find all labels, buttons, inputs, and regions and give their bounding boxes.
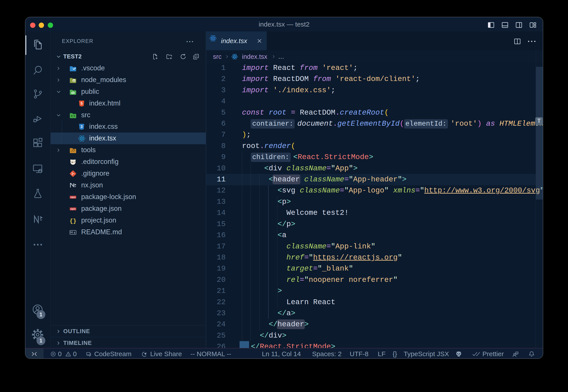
- svg-text:npm: npm: [70, 196, 75, 198]
- svg-text:npm: npm: [70, 208, 75, 210]
- svg-text:js: js: [73, 79, 75, 82]
- svg-text:5: 5: [81, 101, 83, 105]
- svg-text:{}: {}: [70, 218, 77, 224]
- svg-text:3: 3: [81, 125, 83, 128]
